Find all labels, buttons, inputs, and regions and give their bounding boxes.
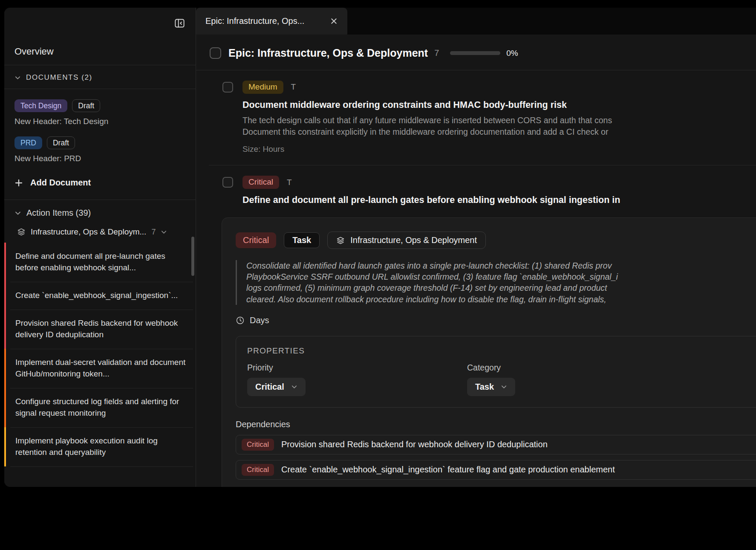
category-badge-label: Infrastructure, Ops & Deployment — [350, 235, 477, 245]
epic-group-count: 7 — [151, 228, 156, 237]
list-item[interactable]: Implement playbook execution audit log r… — [4, 427, 196, 466]
dependencies-header: Dependencies — [236, 420, 756, 429]
priority-badge[interactable]: Critical — [236, 232, 276, 248]
documents-section-header[interactable]: DOCUMENTS (2) — [4, 65, 196, 89]
action-items-section-header[interactable]: Action Items (39) — [4, 200, 196, 225]
quote-line: Consolidate all identified hard launch g… — [246, 260, 756, 271]
quote-line: logs confirmed, (5) minimum graph covera… — [246, 282, 756, 293]
effort-row: Days — [236, 316, 756, 325]
chevron-down-icon — [161, 229, 167, 235]
epic-group-row[interactable]: Infrastructure, Ops & Deploym... 7 — [4, 225, 196, 243]
clock-icon — [236, 316, 245, 325]
document-item[interactable]: Tech Design Draft New Header: Tech Desig… — [14, 99, 185, 126]
dependency-title: Create `enable_webhook_signal_ingestion`… — [281, 465, 615, 475]
task-body: Critical T Define and document all pre-l… — [242, 176, 756, 206]
document-title[interactable]: New Header: Tech Design — [14, 117, 185, 126]
task-type-letter: T — [291, 82, 296, 92]
task-description-quote: Consolidate all identified hard launch g… — [236, 260, 756, 305]
sidebar-scrollbar-thumb[interactable] — [191, 237, 194, 276]
main-area: Epic: Infrastructure, Ops... Epic: Infra… — [196, 8, 756, 487]
list-item[interactable]: Implement dual-secret validation and doc… — [4, 349, 196, 388]
app-window: Overview DOCUMENTS (2) Tech Design Draft… — [4, 8, 756, 487]
doc-type-badge: Tech Design — [14, 99, 67, 112]
layers-icon — [336, 236, 345, 245]
priority-dropdown-value: Critical — [255, 382, 284, 392]
epic-progress-bar — [450, 51, 500, 55]
tab-bar: Epic: Infrastructure, Ops... — [196, 8, 756, 35]
task-size: Size: Hours — [242, 145, 756, 154]
priority-badge: Critical — [242, 439, 274, 451]
task-body: Medium T Document middleware ordering co… — [242, 81, 756, 154]
tab-epic[interactable]: Epic: Infrastructure, Ops... — [196, 8, 347, 35]
task-meta: Critical T — [242, 176, 756, 189]
layers-icon — [17, 228, 26, 236]
list-item[interactable]: Define and document all pre-launch gates… — [4, 243, 196, 282]
priority-badge: Critical — [242, 464, 274, 476]
list-item[interactable]: Configure structured log fields and aler… — [4, 388, 196, 427]
doc-status-badge: Draft — [47, 136, 75, 149]
action-item-list: Define and document all pre-launch gates… — [4, 243, 196, 487]
task-checkbox[interactable] — [222, 177, 233, 188]
priority-badge: Critical — [242, 176, 279, 189]
list-item[interactable]: Provision shared Redis backend for webho… — [4, 310, 196, 349]
dependency-item[interactable]: Critical Create `enable_webhook_signal_i… — [236, 460, 756, 480]
task-description: The tech design calls out that if any fu… — [242, 115, 756, 138]
task-checkbox[interactable] — [222, 82, 233, 93]
document-badges: PRD Draft — [14, 136, 185, 149]
category-dropdown-value: Task — [475, 382, 494, 392]
detail-badges: Critical Task Infrastructure, Ops & Depl… — [236, 232, 756, 249]
plus-icon — [14, 179, 23, 187]
epic-progress-percent: 0% — [506, 49, 518, 58]
document-title[interactable]: New Header: PRD — [14, 154, 185, 163]
epic-title: Epic: Infrastructure, Ops & Deployment — [228, 47, 428, 59]
document-badges: Tech Design Draft — [14, 99, 185, 112]
overview-link[interactable]: Overview — [4, 38, 196, 65]
list-item[interactable]: Create `enable_webhook_signal_ingestion`… — [4, 282, 196, 310]
action-items-section-label: Action Items (39) — [26, 208, 91, 218]
close-icon[interactable] — [330, 17, 338, 25]
doc-type-badge: PRD — [14, 136, 42, 149]
priority-column: Priority Critical — [247, 356, 467, 396]
documents-list: Tech Design Draft New Header: Tech Desig… — [4, 89, 196, 200]
epic-group-label: Infrastructure, Ops & Deploym... — [31, 227, 146, 237]
quote-line: PlaybookService SSRF outbound URL allowl… — [246, 271, 756, 282]
sidebar-header — [4, 8, 196, 38]
document-item[interactable]: PRD Draft New Header: PRD — [14, 136, 185, 163]
category-dropdown[interactable]: Task — [467, 378, 515, 396]
priority-dropdown[interactable]: Critical — [247, 378, 306, 396]
priority-label: Priority — [247, 363, 467, 373]
properties-panel: PROPERTIES Priority Critical — [236, 336, 756, 408]
task-title[interactable]: Document middleware ordering constraints… — [242, 100, 756, 110]
chevron-down-icon — [501, 384, 507, 390]
chevron-down-icon — [14, 75, 21, 81]
dependency-title: Provision shared Redis backend for webho… — [281, 440, 548, 449]
task-detail-panel: Critical Task Infrastructure, Ops & Depl… — [222, 217, 756, 487]
task-title[interactable]: Define and document all pre-launch gates… — [242, 195, 756, 206]
priority-badge: Medium — [242, 81, 283, 94]
properties-grid: Priority Critical Category Tas — [247, 356, 756, 396]
task-type-letter: T — [287, 178, 292, 187]
task-description-line: Document this constraint explicitly in t… — [242, 126, 756, 138]
properties-header: PROPERTIES — [247, 346, 756, 356]
task-description-line: The tech design calls out that if any fu… — [242, 115, 756, 126]
sidebar: Overview DOCUMENTS (2) Tech Design Draft… — [4, 8, 196, 487]
dependency-item[interactable]: Critical Provision shared Redis backend … — [236, 435, 756, 454]
epic-content: Epic: Infrastructure, Ops & Deployment 7… — [196, 35, 756, 487]
category-label: Category — [467, 363, 756, 373]
task-row[interactable]: Critical T Define and document all pre-l… — [196, 165, 756, 209]
task-row[interactable]: Medium T Document middleware ordering co… — [196, 70, 756, 165]
chevron-down-icon — [291, 384, 297, 390]
add-document-button[interactable]: Add Document — [14, 178, 185, 200]
chevron-down-icon — [14, 210, 21, 217]
epic-header: Epic: Infrastructure, Ops & Deployment 7… — [196, 35, 756, 70]
task-meta: Medium T — [242, 81, 756, 94]
tab-title: Epic: Infrastructure, Ops... — [205, 16, 324, 26]
category-badge[interactable]: Infrastructure, Ops & Deployment — [327, 232, 486, 249]
sidebar-collapse-icon[interactable] — [174, 17, 185, 29]
quote-line: cleared. Also document rollback procedur… — [246, 294, 756, 305]
doc-status-badge: Draft — [72, 99, 100, 112]
epic-task-count: 7 — [434, 48, 439, 58]
epic-checkbox[interactable] — [210, 47, 221, 59]
type-badge[interactable]: Task — [284, 232, 320, 248]
effort-label: Days — [250, 316, 269, 325]
